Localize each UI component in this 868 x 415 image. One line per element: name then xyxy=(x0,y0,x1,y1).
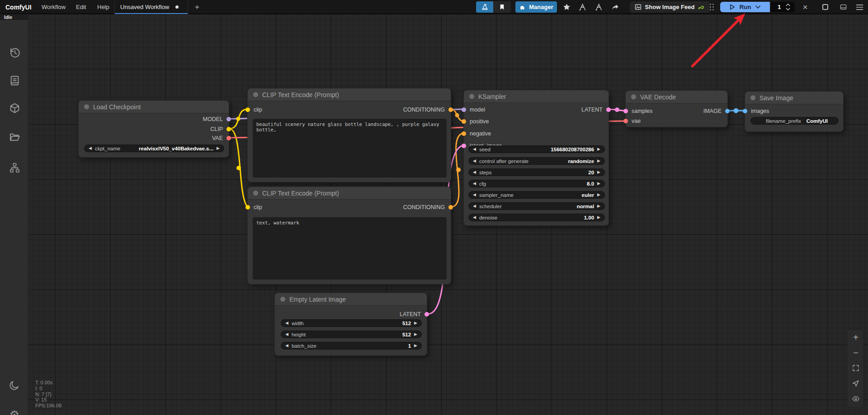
menu-edit[interactable]: Edit xyxy=(76,0,86,14)
input-port-images[interactable]: images xyxy=(743,107,769,115)
show-image-feed-button[interactable]: Show Image Feed xyxy=(630,1,710,13)
widget-width[interactable]: ◀ width 512 ▶ xyxy=(281,319,422,327)
widget-left-arrow-icon[interactable]: ◀ xyxy=(89,146,92,150)
node-save-image[interactable]: Save Image images filename_prefix ComfyU… xyxy=(745,91,844,132)
node-title-bar[interactable]: VAE Decode xyxy=(626,91,727,103)
node-load-checkpoint[interactable]: Load Checkpoint MODEL CLIP VAE ◀ ckpt_na… xyxy=(78,100,229,158)
manager-button[interactable]: Manager xyxy=(515,1,557,13)
port-dot-clip[interactable] xyxy=(245,107,250,112)
port-dot-vae[interactable] xyxy=(623,119,628,123)
port-dot-latent[interactable] xyxy=(425,312,429,317)
widget-control-after-generate[interactable]: ◀ control after generate randomize ▶ xyxy=(468,157,605,165)
sidebar-item-history[interactable] xyxy=(8,46,21,59)
input-port-negative[interactable]: negative xyxy=(462,130,491,137)
widget-right-arrow-icon[interactable]: ▶ xyxy=(597,193,600,197)
widget-right-arrow-icon[interactable]: ▶ xyxy=(597,159,600,163)
batch-count-stepper[interactable]: 1 xyxy=(771,2,795,12)
collapse-dot[interactable] xyxy=(253,92,258,97)
menu-help[interactable]: Help xyxy=(97,0,109,14)
toolbar-glyph-button-1[interactable] xyxy=(577,1,589,13)
output-port-vae[interactable]: VAE xyxy=(212,135,231,142)
port-dot-clip[interactable] xyxy=(245,205,250,210)
port-dot-latent[interactable] xyxy=(623,109,628,113)
toolbar-glyph-button-2[interactable] xyxy=(593,1,605,13)
zoom-in-button[interactable]: + xyxy=(847,331,864,344)
collapse-dot[interactable] xyxy=(280,297,285,302)
output-port-image[interactable]: IMAGE xyxy=(703,107,730,115)
widget-left-arrow-icon[interactable]: ◀ xyxy=(285,332,288,336)
theme-toggle-button[interactable] xyxy=(8,378,21,392)
widget-right-arrow-icon[interactable]: ▶ xyxy=(414,344,417,348)
port-dot-vae[interactable] xyxy=(226,136,231,140)
widget-left-arrow-icon[interactable]: ◀ xyxy=(473,170,476,174)
port-dot-model[interactable] xyxy=(226,117,231,121)
spinner-down-icon[interactable] xyxy=(786,8,790,10)
run-button[interactable]: Run xyxy=(720,2,770,12)
port-dot-latent[interactable] xyxy=(606,107,611,112)
toggle-link-visibility-button[interactable] xyxy=(847,392,864,406)
input-port-vae[interactable]: vae xyxy=(623,117,641,125)
port-dot-conditioning[interactable] xyxy=(448,205,453,210)
widget-left-arrow-icon[interactable]: ◀ xyxy=(473,159,476,163)
widget-right-arrow-icon[interactable]: ▶ xyxy=(597,182,600,186)
widget-sampler-name[interactable]: ◀ sampler_name euler ▶ xyxy=(468,191,605,199)
widget-right-arrow-icon[interactable]: ▶ xyxy=(414,321,417,325)
port-dot-conditioning[interactable] xyxy=(462,119,466,124)
collapse-dot[interactable] xyxy=(750,95,755,100)
node-clip-text-encode-negative[interactable]: CLIP Text Encode (Prompt) clip CONDITION… xyxy=(247,187,451,284)
node-title-bar[interactable]: KSampler xyxy=(464,90,609,103)
prompt-textarea[interactable]: text, watermark xyxy=(253,217,447,280)
node-title-bar[interactable]: Empty Latent Image xyxy=(275,293,427,306)
bookmark-button[interactable] xyxy=(493,1,511,13)
stop-button[interactable] xyxy=(819,1,831,13)
prompt-textarea[interactable]: beautiful scenery nature glass bottle la… xyxy=(253,119,447,177)
node-title-bar[interactable]: Save Image xyxy=(745,92,843,104)
widget-right-arrow-icon[interactable]: ▶ xyxy=(597,147,600,151)
widget-right-arrow-icon[interactable]: ▶ xyxy=(414,332,417,336)
widget-cfg[interactable]: ◀ cfg 8.0 ▶ xyxy=(468,180,605,187)
widget-left-arrow-icon[interactable]: ◀ xyxy=(473,204,476,208)
widget-left-arrow-icon[interactable]: ◀ xyxy=(473,193,476,197)
widget-right-arrow-icon[interactable]: ▶ xyxy=(217,146,220,150)
interrupt-button[interactable]: × xyxy=(799,1,811,13)
widget-denoise[interactable]: ◀ denoise 1.00 ▶ xyxy=(468,214,605,221)
spinner-up-icon[interactable] xyxy=(786,4,790,6)
widget-left-arrow-icon[interactable]: ◀ xyxy=(285,321,288,325)
node-title-bar[interactable]: Load Checkpoint xyxy=(79,101,229,113)
share-button[interactable] xyxy=(609,1,621,13)
input-port-samples[interactable]: samples xyxy=(623,107,653,115)
main-menu-button[interactable] xyxy=(854,1,865,13)
widget-left-arrow-icon[interactable]: ◀ xyxy=(473,215,476,219)
pan-mode-button[interactable] xyxy=(847,377,864,390)
output-port-latent[interactable]: LATENT xyxy=(581,106,611,113)
widget-right-arrow-icon[interactable]: ▶ xyxy=(597,204,600,208)
port-dot-conditioning[interactable] xyxy=(448,107,453,112)
sidebar-item-workflows[interactable] xyxy=(8,130,21,144)
menu-workflow[interactable]: Workflow xyxy=(42,0,66,14)
output-port-clip[interactable]: CLIP xyxy=(210,126,231,133)
settings-button[interactable]: ⚙ xyxy=(8,408,21,415)
node-title-bar[interactable]: CLIP Text Encode (Prompt) xyxy=(248,89,451,101)
node-vae-decode[interactable]: VAE Decode samples vae IMAGE xyxy=(625,90,728,127)
collapse-dot[interactable] xyxy=(253,191,258,196)
input-port-clip[interactable]: clip xyxy=(245,106,262,113)
workflow-tab[interactable]: Unsaved Workflow xyxy=(114,0,188,14)
widget-seed[interactable]: ◀ seed 156680208700286 ▶ xyxy=(468,145,605,153)
input-port-model[interactable]: model xyxy=(462,106,485,113)
output-port-model[interactable]: MODEL xyxy=(203,116,231,123)
port-dot-image[interactable] xyxy=(743,109,747,113)
node-clip-text-encode-positive[interactable]: CLIP Text Encode (Prompt) clip CONDITION… xyxy=(247,88,451,182)
new-workflow-tab-button[interactable]: + xyxy=(192,0,203,14)
widget-right-arrow-icon[interactable]: ▶ xyxy=(597,170,600,174)
toggle-bottom-panel-button[interactable] xyxy=(837,1,849,13)
input-port-clip[interactable]: clip xyxy=(245,204,262,211)
favorites-button[interactable] xyxy=(561,1,572,13)
port-dot-latent[interactable] xyxy=(462,144,466,148)
actionbar-drag-handle[interactable] xyxy=(710,4,714,10)
sidebar-item-models[interactable] xyxy=(8,101,21,115)
port-dot-conditioning[interactable] xyxy=(462,131,466,136)
widget-left-arrow-icon[interactable]: ◀ xyxy=(285,344,288,348)
widget-filename-prefix[interactable]: filename_prefix ComfyUI xyxy=(750,117,839,125)
zoom-out-button[interactable]: − xyxy=(847,346,864,359)
port-dot-clip[interactable] xyxy=(226,127,231,131)
